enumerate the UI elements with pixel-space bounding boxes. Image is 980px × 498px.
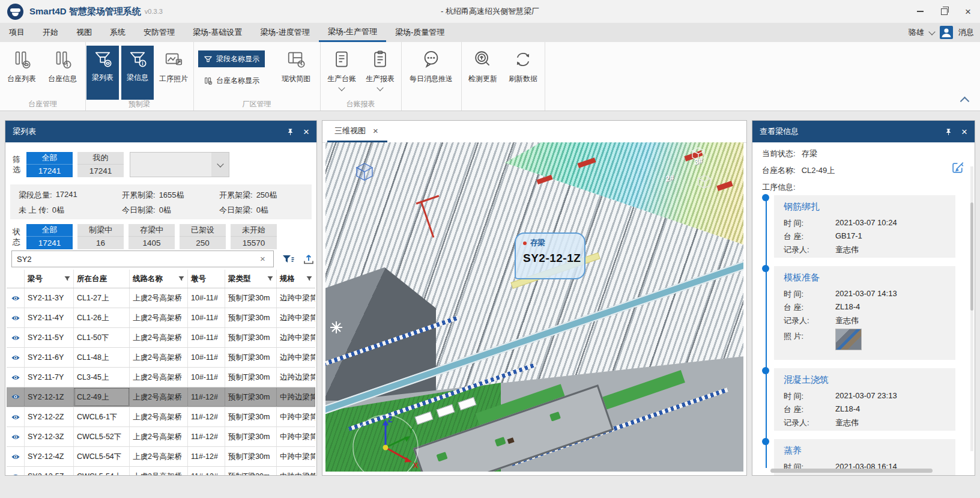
- minimize-button[interactable]: [908, 0, 932, 23]
- table-row[interactable]: SY2-11-7YCL3-45上上虞2号高架桥10#-11#预制T梁30m边跨边…: [7, 368, 315, 387]
- beam-info-button[interactable]: 梁信息: [121, 46, 154, 100]
- collapse-ribbon-chevron[interactable]: [960, 97, 970, 106]
- production-report-button[interactable]: 生产报表: [362, 47, 398, 97]
- 3d-viewport[interactable]: 存梁 SY2-12-1Z 2# 3# Z Y X: [325, 142, 743, 472]
- filter-tab-all[interactable]: 全部 17241: [26, 152, 73, 177]
- menu-item-start[interactable]: 开始: [34, 23, 67, 42]
- close-panel-button[interactable]: ×: [961, 127, 967, 137]
- segment-name-display-toggle[interactable]: 梁段名称显示: [198, 50, 265, 67]
- pin-button[interactable]: [286, 128, 294, 136]
- view-cube-icon[interactable]: [695, 174, 713, 190]
- eye-icon: [11, 354, 20, 361]
- process-name-link[interactable]: 混凝土浇筑: [784, 374, 829, 386]
- status-tab-not-started[interactable]: 未开始 15570: [231, 224, 277, 249]
- view-beam-button[interactable]: [7, 288, 25, 308]
- view-beam-button[interactable]: [7, 348, 25, 367]
- column-filter-icon[interactable]: [178, 276, 184, 282]
- tab-close-icon[interactable]: ×: [373, 126, 378, 135]
- restore-button[interactable]: [932, 0, 956, 23]
- column-header-pedestal[interactable]: 所在台座: [74, 270, 130, 288]
- table-row-selected[interactable]: SY2-12-1ZCL2-49上上虞2号高架桥11#-12#预制T梁30m中跨边…: [7, 387, 315, 407]
- table-row[interactable]: SY2-12-3ZCWCL5-52下上虞2号高架桥11#-12#预制T梁30m中…: [7, 427, 315, 447]
- status-tab-fabricating[interactable]: 制梁中 16: [77, 224, 124, 249]
- view-beam-button[interactable]: [7, 308, 25, 327]
- stat-not-uploaded: 0榀: [52, 205, 64, 216]
- view-beam-button[interactable]: [7, 368, 25, 387]
- production-ledger-button[interactable]: 生产台账: [324, 47, 360, 97]
- filter-combobox[interactable]: [130, 152, 229, 177]
- pin-button[interactable]: [945, 128, 952, 136]
- process-name-link[interactable]: 蒸养: [784, 445, 802, 457]
- menu-item-security[interactable]: 安防管理: [135, 23, 184, 42]
- menu-item-base-settings[interactable]: 梁场-基础设置: [184, 23, 251, 42]
- process-name-link[interactable]: 模板准备: [784, 272, 820, 284]
- status-tab-all[interactable]: 全部 17241: [26, 224, 73, 249]
- menu-item-progress[interactable]: 梁场-进度管理: [251, 23, 318, 42]
- table-row[interactable]: SY2-11-3YCL1-27上上虞2号高架桥10#-11#预制T梁30m边跨中…: [7, 288, 315, 308]
- column-header-beam-type[interactable]: 梁类型: [225, 270, 277, 288]
- refresh-data-button[interactable]: 刷新数据: [504, 47, 542, 97]
- filter-funnel-button[interactable]: [280, 252, 296, 267]
- table-row[interactable]: SY2-11-6YCL1-48上上虞2号高架桥10#-11#预制T梁30m边跨中…: [7, 348, 315, 368]
- search-input[interactable]: [11, 251, 274, 267]
- status-tab-erected[interactable]: 已架设 250: [180, 224, 226, 249]
- menu-item-quality[interactable]: 梁场-质量管理: [386, 23, 453, 42]
- menu-item-project[interactable]: 项目: [0, 23, 34, 42]
- table-row[interactable]: SY2-11-4YCL1-26上上虞2号高架桥10#-11#预制T梁30m边跨中…: [7, 308, 315, 328]
- status-sketch-button[interactable]: 现状简图: [276, 47, 316, 97]
- cell-line: 上虞2号高架桥: [130, 348, 188, 367]
- view-beam-button[interactable]: [7, 467, 25, 475]
- export-button[interactable]: [301, 252, 316, 267]
- menu-item-system[interactable]: 系统: [101, 23, 135, 42]
- status-tab-stored[interactable]: 存梁中 1405: [129, 224, 175, 249]
- table-row[interactable]: SY2-12-2ZCWCL6-1下上虞2号高架桥11#-12#预制T梁30m中跨…: [7, 407, 315, 427]
- menu-item-view[interactable]: 视图: [67, 23, 101, 42]
- view-beam-button[interactable]: [7, 328, 25, 347]
- cell-line: 上虞2号高架桥: [130, 467, 188, 475]
- edit-button[interactable]: [951, 160, 965, 174]
- column-filter-icon[interactable]: [306, 276, 312, 282]
- cell-spec: 中跨边梁简变连: [277, 387, 315, 407]
- clear-search-icon[interactable]: ×: [260, 254, 265, 264]
- tab-3d-view[interactable]: 三维视图 ×: [327, 121, 386, 141]
- ribbon-group-label: 台座管理: [0, 99, 85, 109]
- close-panel-button[interactable]: ×: [303, 127, 309, 137]
- column-header-line-name[interactable]: 线路名称: [130, 270, 188, 288]
- cell-beam-no: SY2-11-4Y: [25, 308, 74, 327]
- menu-item-production[interactable]: 梁场-生产管理: [319, 23, 386, 42]
- view-beam-button[interactable]: [7, 427, 25, 446]
- combobox-chevron[interactable]: [211, 153, 229, 177]
- view-beam-button[interactable]: [7, 447, 25, 466]
- user-name[interactable]: 骆雄: [909, 27, 924, 38]
- daily-message-push-button[interactable]: 每日消息推送: [404, 47, 459, 97]
- chevron-down-icon: [217, 160, 223, 167]
- pedestal-info-button[interactable]: 台座信息: [43, 47, 82, 97]
- view-beam-button[interactable]: [7, 407, 25, 427]
- pedestal-name-display-toggle[interactable]: 台座名称显示: [198, 72, 265, 89]
- beam-list-button[interactable]: 梁列表: [86, 46, 119, 100]
- filter-tab-mine[interactable]: 我的 17241: [77, 152, 124, 177]
- column-filter-icon[interactable]: [64, 276, 70, 282]
- view-beam-button[interactable]: [7, 387, 25, 407]
- column-header-pier-no[interactable]: 墩号: [188, 270, 225, 288]
- messages-link[interactable]: 消息: [958, 27, 974, 38]
- column-filter-icon[interactable]: [267, 276, 273, 282]
- table-row[interactable]: SY2-12-5ZCWCL5-54上上虞2号高架桥11#-12#预制T梁30m中…: [7, 467, 315, 475]
- beam-tag-balloon[interactable]: 存梁 SY2-12-1Z: [515, 232, 585, 279]
- process-name-link[interactable]: 钢筋绑扎: [784, 201, 820, 213]
- eye-icon: [11, 414, 20, 421]
- production-report-chevron-icon: [377, 84, 383, 91]
- column-header-beam-no[interactable]: 梁号: [25, 270, 74, 288]
- user-avatar[interactable]: [940, 26, 953, 39]
- process-photo-button[interactable]: 工序照片: [155, 47, 192, 97]
- user-dropdown-chevron-icon[interactable]: [928, 28, 935, 35]
- check-update-button[interactable]: 检测更新: [464, 47, 502, 97]
- column-header-spec[interactable]: 规格: [277, 270, 315, 288]
- close-button[interactable]: ×: [956, 0, 980, 23]
- table-row[interactable]: SY2-12-4ZCWCL5-54下上虞2号高架桥11#-12#预制T梁30m中…: [7, 447, 315, 467]
- vertical-scrollbar-thumb[interactable]: [970, 202, 973, 311]
- table-row[interactable]: SY2-11-5YCL1-50下上虞2号高架桥10#-11#预制T梁30m边跨中…: [7, 328, 315, 348]
- process-photo-thumbnail[interactable]: [835, 329, 862, 350]
- pedestal-list-button[interactable]: 台座列表: [2, 47, 41, 97]
- horizontal-scrollbar-thumb[interactable]: [770, 469, 933, 473]
